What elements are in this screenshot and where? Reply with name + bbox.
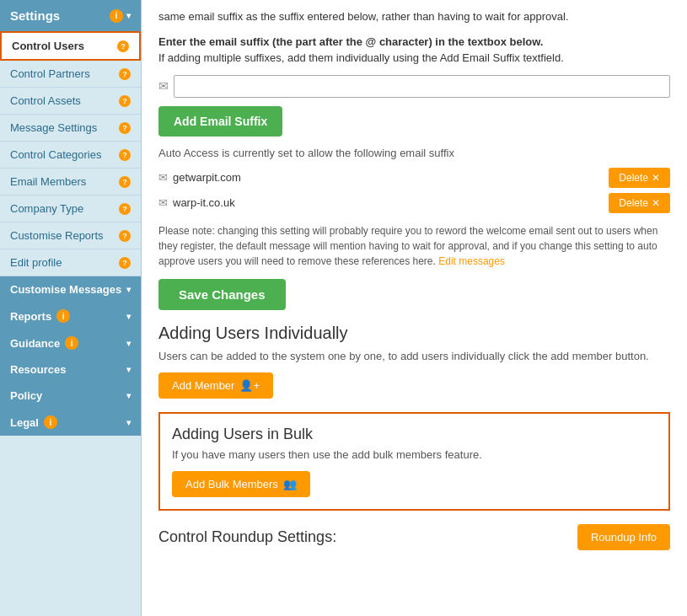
sidebar-help-icon: ? bbox=[119, 257, 131, 269]
sidebar-help-icon: ? bbox=[119, 68, 131, 80]
suffix-row-2: ✉ warp-it.co.uk Delete ✕ bbox=[158, 193, 670, 213]
roundup-info-button[interactable]: Roundup Info bbox=[577, 524, 670, 550]
adding-bulk-title: Adding Users in Bulk bbox=[172, 426, 657, 443]
reports-chevron-icon: ▾ bbox=[126, 312, 131, 321]
add-member-label: Add Member bbox=[172, 379, 234, 392]
edit-messages-link[interactable]: Edit messages bbox=[438, 255, 505, 267]
suffix-row-left-1: ✉ getwarpit.com bbox=[158, 171, 241, 184]
add-member-icon: 👤+ bbox=[239, 379, 260, 392]
sidebar-item-label: Control Users bbox=[12, 40, 84, 52]
sidebar-help-icon: ? bbox=[119, 95, 131, 107]
sidebar-item-label: Message Settings bbox=[10, 121, 97, 134]
sidebar-section-legal[interactable]: Legal i ▾ bbox=[0, 409, 141, 436]
sidebar-item-control-assets[interactable]: Control Assets ? bbox=[0, 88, 141, 115]
main-content: same email suffix as the suffix entered … bbox=[142, 0, 687, 616]
delete-label-1: Delete bbox=[619, 172, 648, 184]
sidebar-item-label: Email Members bbox=[10, 175, 86, 188]
sidebar-help-icon: ? bbox=[119, 176, 131, 188]
email-address-2: warp-it.co.uk bbox=[173, 196, 235, 209]
email-icon-2: ✉ bbox=[158, 196, 168, 209]
resources-label: Resources bbox=[10, 363, 66, 376]
add-member-button[interactable]: Add Member 👤+ bbox=[158, 372, 273, 399]
legal-info-icon: i bbox=[44, 415, 57, 429]
sidebar-help-icon: ? bbox=[119, 122, 131, 134]
sidebar-item-control-categories[interactable]: Control Categories ? bbox=[0, 142, 141, 169]
sidebar-item-control-partners[interactable]: Control Partners ? bbox=[0, 61, 141, 88]
suffix-input[interactable] bbox=[174, 75, 670, 98]
resources-chevron-icon: ▾ bbox=[126, 365, 131, 374]
reports-label-group: Reports i bbox=[10, 309, 70, 323]
sidebar-section-label: Customise Messages bbox=[10, 283, 121, 296]
suffix-row-left-2: ✉ warp-it.co.uk bbox=[158, 196, 235, 209]
delete-label-2: Delete bbox=[619, 197, 648, 209]
sidebar-section-resources[interactable]: Resources ▾ bbox=[0, 356, 141, 383]
add-bulk-members-button[interactable]: Add Bulk Members 👥 bbox=[172, 471, 310, 497]
policy-label: Policy bbox=[10, 389, 42, 402]
guidance-chevron-icon: ▾ bbox=[126, 339, 131, 348]
add-bulk-label: Add Bulk Members bbox=[185, 478, 278, 490]
intro-text-line1: same email suffix as the suffix entered … bbox=[158, 8, 670, 25]
sidebar-item-label: Control Assets bbox=[10, 94, 81, 107]
delete-button-1[interactable]: Delete ✕ bbox=[609, 168, 670, 188]
sidebar-item-label: Company Type bbox=[10, 202, 83, 215]
adding-bulk-desc: If you have many users then use the add … bbox=[172, 448, 657, 461]
legal-chevron-icon: ▾ bbox=[126, 418, 131, 427]
sidebar-section-customise-messages[interactable]: Customise Messages ▾ bbox=[0, 276, 141, 303]
email-icon: ✉ bbox=[158, 79, 169, 93]
policy-chevron-icon: ▾ bbox=[126, 391, 131, 400]
sidebar-item-control-users[interactable]: Control Users ? bbox=[0, 31, 141, 61]
roundup-settings-row: Control Roundup Settings: Roundup Info bbox=[158, 524, 670, 550]
warning-text-content: Please note: changing this setting will … bbox=[158, 225, 657, 267]
sidebar-header[interactable]: Settings i ▾ bbox=[0, 0, 141, 31]
sidebar-help-icon: ? bbox=[119, 203, 131, 215]
sidebar-item-customise-reports[interactable]: Customise Reports ? bbox=[0, 222, 141, 249]
bulk-box: Adding Users in Bulk If you have many us… bbox=[158, 412, 670, 511]
suffix-input-row: ✉ bbox=[158, 75, 670, 98]
legal-label: Legal bbox=[10, 416, 39, 429]
guidance-info-icon: i bbox=[65, 336, 78, 350]
sidebar-chevron-icon: ▾ bbox=[126, 11, 131, 20]
sidebar-item-label: Control Partners bbox=[10, 67, 90, 80]
intro-text-line3: If adding multiple suffixes, add them in… bbox=[158, 51, 564, 64]
section-chevron-icon: ▾ bbox=[126, 285, 131, 294]
intro-bold-1: Enter the email suffix (the part after t… bbox=[158, 35, 543, 48]
guidance-label: Guidance bbox=[10, 337, 60, 350]
add-bulk-icon: 👥 bbox=[283, 478, 297, 490]
sidebar-item-edit-profile[interactable]: Edit profile ? bbox=[0, 249, 141, 276]
adding-individually-desc: Users can be added to the system one by … bbox=[158, 350, 670, 362]
legal-label-group: Legal i bbox=[10, 415, 57, 429]
adding-individually-title: Adding Users Individually bbox=[158, 324, 670, 343]
save-changes-button[interactable]: Save Changes bbox=[158, 279, 286, 310]
add-email-suffix-button[interactable]: Add Email Suffix bbox=[158, 106, 282, 137]
email-address-1: getwarpit.com bbox=[173, 171, 241, 184]
sidebar-item-label: Control Categories bbox=[10, 148, 101, 161]
delete-icon-1: ✕ bbox=[652, 172, 660, 184]
sidebar-item-label: Edit profile bbox=[10, 256, 62, 269]
reports-label: Reports bbox=[10, 310, 51, 323]
email-icon-1: ✉ bbox=[158, 171, 168, 184]
delete-button-2[interactable]: Delete ✕ bbox=[609, 193, 670, 213]
sidebar-help-icon: ? bbox=[117, 40, 129, 52]
delete-icon-2: ✕ bbox=[652, 197, 660, 209]
sidebar-item-email-members[interactable]: Email Members ? bbox=[0, 169, 141, 196]
sidebar-help-icon: ? bbox=[119, 230, 131, 242]
sidebar-item-label: Customise Reports bbox=[10, 229, 104, 242]
sidebar-item-company-type[interactable]: Company Type ? bbox=[0, 196, 141, 222]
sidebar-section-reports[interactable]: Reports i ▾ bbox=[0, 303, 141, 329]
intro-text-line2: Enter the email suffix (the part after t… bbox=[158, 34, 670, 67]
reports-info-icon: i bbox=[56, 309, 70, 323]
guidance-label-group: Guidance i bbox=[10, 336, 78, 350]
sidebar-help-icon: ? bbox=[119, 149, 131, 161]
sidebar-section-guidance[interactable]: Guidance i ▾ bbox=[0, 329, 141, 356]
auto-access-note: Auto Access is currently set to allow th… bbox=[158, 147, 670, 159]
sidebar: Settings i ▾ Control Users ? Control Par… bbox=[0, 0, 142, 616]
sidebar-section-policy[interactable]: Policy ▾ bbox=[0, 383, 141, 409]
roundup-settings-label: Control Roundup Settings: bbox=[158, 528, 336, 546]
suffix-row-1: ✉ getwarpit.com Delete ✕ bbox=[158, 168, 670, 188]
sidebar-item-message-settings[interactable]: Message Settings ? bbox=[0, 115, 141, 142]
sidebar-info-icon: i bbox=[110, 9, 123, 23]
sidebar-title: Settings bbox=[10, 8, 60, 23]
warning-text: Please note: changing this setting will … bbox=[158, 223, 670, 269]
